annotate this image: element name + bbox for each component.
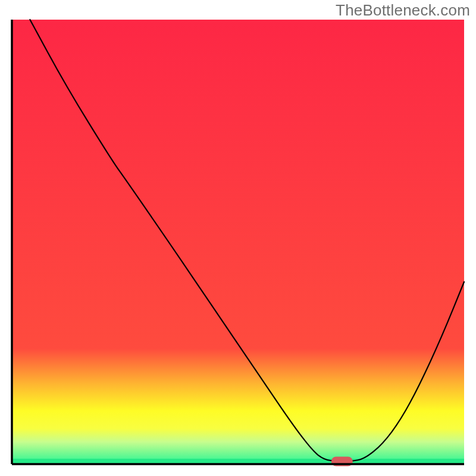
- watermark-text: TheBottleneck.com: [336, 1, 470, 20]
- bottleneck-chart: [0, 0, 476, 476]
- chart-background: [12, 20, 464, 464]
